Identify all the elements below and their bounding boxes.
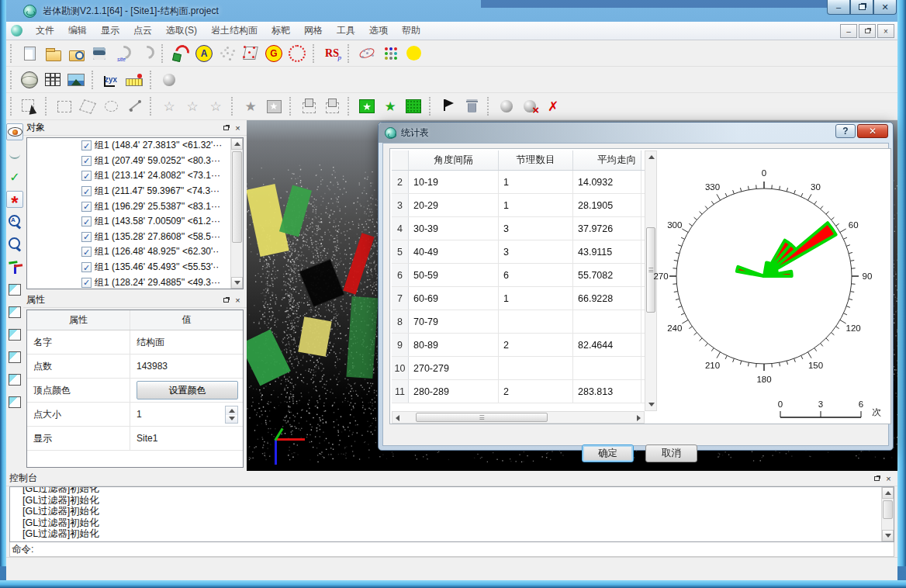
objects-scroll-thumb[interactable] xyxy=(232,151,242,243)
mdi-minimize-icon[interactable]: – xyxy=(840,24,857,38)
menu-item[interactable]: 工具 xyxy=(330,21,362,40)
star-select-3-icon[interactable]: ☆ xyxy=(205,95,226,117)
cube-4-icon[interactable] xyxy=(6,348,23,365)
console-scroll-thumb[interactable] xyxy=(883,500,893,519)
close-icon[interactable]: ✕ xyxy=(873,0,897,15)
sphere-delete-icon[interactable] xyxy=(519,95,541,117)
object-list-item[interactable]: ✓组1 (196.29' 25.5387'' <83.1··· xyxy=(27,199,230,214)
properties-close-icon[interactable]: × xyxy=(232,295,244,306)
star-select-2-icon[interactable]: ☆ xyxy=(182,95,203,117)
eye-icon[interactable] xyxy=(6,123,23,140)
object-checkbox[interactable]: ✓ xyxy=(81,156,92,166)
minimize-icon[interactable]: – xyxy=(827,0,850,15)
grid-box-2-icon[interactable] xyxy=(321,95,343,117)
dialog-close-icon[interactable]: ✕ xyxy=(857,124,888,138)
join-arrow-icon[interactable] xyxy=(170,43,192,64)
object-list-item[interactable]: ✓组1 (143.58' 7.00509'' <61.2··· xyxy=(27,214,230,230)
zoom-a-icon[interactable]: A xyxy=(6,213,23,230)
menu-item[interactable]: 选取(S) xyxy=(159,21,204,40)
objects-close-icon[interactable]: × xyxy=(232,123,244,133)
scroll-down-icon[interactable] xyxy=(882,530,894,541)
properties-panel-titlebar[interactable]: 属性 × xyxy=(23,292,247,308)
polyhedron-icon[interactable] xyxy=(240,43,261,64)
curve-tool-icon[interactable] xyxy=(6,146,23,163)
zoom-icon[interactable] xyxy=(6,236,23,253)
stats-row[interactable]: 10270-279 xyxy=(392,357,645,380)
menu-item[interactable]: 文件 xyxy=(29,21,61,40)
image-view-icon[interactable] xyxy=(65,69,87,91)
object-checkbox[interactable]: ✓ xyxy=(81,232,92,242)
save-icon[interactable] xyxy=(88,43,110,64)
lasso-select-icon[interactable] xyxy=(100,95,122,117)
star-marker-icon[interactable]: * xyxy=(6,191,23,208)
ellipse-fit-icon[interactable] xyxy=(356,43,378,64)
object-list-item[interactable]: ✓组1 (211.47' 59.3967'' <74.3··· xyxy=(27,184,230,199)
set-color-button[interactable]: 设置颜色 xyxy=(137,381,238,399)
object-list-item[interactable]: ✓组1 (213.14' 24.8082'' <73.1··· xyxy=(27,168,230,184)
menu-item[interactable]: 点云 xyxy=(126,21,159,40)
object-checkbox[interactable]: ✓ xyxy=(81,186,92,196)
object-checkbox[interactable]: ✓ xyxy=(81,140,92,150)
point-size-stepper[interactable] xyxy=(225,406,238,424)
ruler-icon[interactable] xyxy=(123,69,145,91)
green-star-icon[interactable]: ★ xyxy=(379,95,401,117)
objects-panel-titlebar[interactable]: 对象 × xyxy=(23,120,247,136)
circle-a-icon[interactable]: A xyxy=(193,43,215,64)
menu-item[interactable]: 编辑 xyxy=(61,21,94,40)
star-solid-icon[interactable]: ★ xyxy=(240,95,261,117)
new-file-icon[interactable] xyxy=(19,43,40,64)
title-bar[interactable]: 岩体勘测V2.1.1[64] - [Site1]-结构面.project – ✕ xyxy=(0,0,906,22)
object-list-item[interactable]: ✓组1 (148.4' 27.3813'' <61.32'··· xyxy=(27,138,230,154)
grid-box-1-icon[interactable] xyxy=(298,95,320,117)
delete-icon[interactable] xyxy=(461,95,482,117)
object-list-item[interactable]: ✓组1 (126.48' 48.925'' <62.30'·· xyxy=(27,244,230,260)
object-checkbox[interactable]: ✓ xyxy=(81,247,92,257)
line-select-icon[interactable] xyxy=(123,95,145,117)
c2-icon[interactable]: C2 xyxy=(403,43,424,64)
check-confirm-icon[interactable]: ✓ xyxy=(6,168,23,185)
cube-3-icon[interactable] xyxy=(6,326,23,343)
star-select-1-icon[interactable]: ☆ xyxy=(158,95,180,117)
object-checkbox[interactable]: ✓ xyxy=(81,202,92,212)
stats-row[interactable]: 210-19114.0932 xyxy=(392,171,645,194)
star-box-icon[interactable]: ★ xyxy=(263,95,285,117)
green-box-icon[interactable] xyxy=(403,95,424,117)
stats-row[interactable]: 980-89282.4644 xyxy=(392,334,645,357)
point-set-icon[interactable] xyxy=(216,43,238,64)
stats-row[interactable]: 760-69166.9228 xyxy=(392,287,645,310)
globe-icon[interactable] xyxy=(19,69,40,91)
properties-float-icon[interactable] xyxy=(220,295,232,306)
axis-zyx-icon[interactable]: zyx xyxy=(100,69,122,91)
object-checkbox[interactable]: ✓ xyxy=(81,262,92,272)
menu-item[interactable]: 网格 xyxy=(297,21,330,40)
menu-item[interactable]: 帮助 xyxy=(395,21,427,40)
object-list-item[interactable]: ✓组1 (207.49' 59.0252'' <80.3··· xyxy=(27,154,230,169)
menu-item[interactable]: 岩土结构面 xyxy=(204,21,265,40)
cube-6-icon[interactable] xyxy=(6,393,23,410)
open-search-icon[interactable] xyxy=(65,43,87,64)
menu-item[interactable]: 显示 xyxy=(94,21,126,40)
circle-g-icon[interactable]: G xyxy=(263,43,285,64)
polygon-select-icon[interactable] xyxy=(77,95,99,117)
object-checkbox[interactable]: ✓ xyxy=(81,216,92,227)
scroll-down-icon[interactable] xyxy=(231,277,243,289)
stats-table-hscrollbar[interactable]: ☰ xyxy=(392,411,645,424)
color-points-icon[interactable] xyxy=(379,43,401,64)
rs-p-icon[interactable]: RS xyxy=(321,43,343,64)
command-input[interactable] xyxy=(33,542,894,556)
curve-icon[interactable] xyxy=(135,43,157,64)
dialog-help-icon[interactable]: ? xyxy=(835,124,856,138)
sphere-icon[interactable] xyxy=(158,69,180,91)
delete-all-icon[interactable]: ✗ xyxy=(542,95,564,117)
object-checkbox[interactable]: ✓ xyxy=(81,171,92,181)
stats-row[interactable]: 11280-2892283.813 xyxy=(392,380,645,403)
console-close-icon[interactable]: × xyxy=(883,473,894,484)
flag-icon[interactable] xyxy=(437,95,459,117)
circle-o-icon[interactable] xyxy=(286,43,308,64)
menu-item[interactable]: 标靶 xyxy=(265,21,297,40)
objects-scrollbar[interactable] xyxy=(230,138,243,289)
object-list-item[interactable]: ✓组1 (135.46' 45.493'' <55.53'·· xyxy=(27,260,230,275)
cube-1-icon[interactable] xyxy=(6,281,23,298)
cancel-button[interactable]: 取消 xyxy=(645,444,697,462)
console-titlebar[interactable]: 控制台 × xyxy=(6,471,897,486)
